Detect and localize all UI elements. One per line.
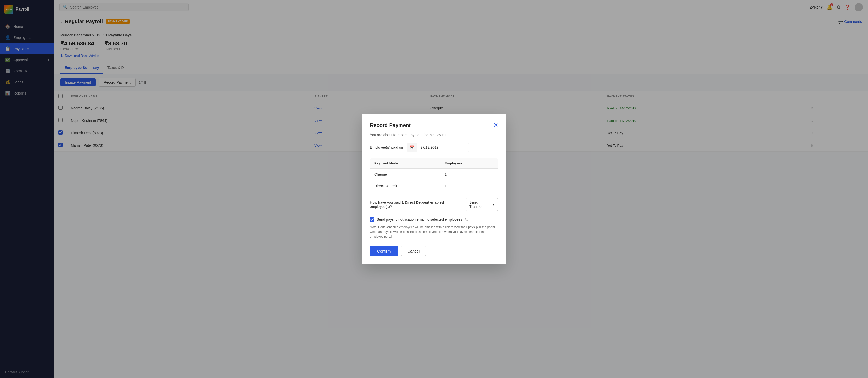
modal-actions: Confirm Cancel xyxy=(370,246,498,256)
cheque-count: 1 xyxy=(440,168,498,180)
info-icon[interactable]: ⓘ xyxy=(465,217,468,222)
direct-deposit-count: 1 xyxy=(440,180,498,192)
direct-deposit-question: How have you paid 1 Direct Deposit enabl… xyxy=(370,200,463,209)
confirm-button[interactable]: Confirm xyxy=(370,246,398,256)
date-row: Employee(s) paid on 📅 xyxy=(370,143,498,152)
direct-deposit-mode: Direct Deposit xyxy=(370,180,441,192)
modal-close-button[interactable]: ✕ xyxy=(493,122,498,129)
send-payslip-row: Send payslip notification email to selec… xyxy=(370,217,498,222)
bank-select-chevron-icon: ▾ xyxy=(493,202,495,207)
direct-deposit-row: How have you paid 1 Direct Deposit enabl… xyxy=(370,198,498,211)
modal-header: Record Payment ✕ xyxy=(370,122,498,129)
payment-row-cheque: Cheque 1 xyxy=(370,168,498,180)
cheque-mode: Cheque xyxy=(370,168,441,180)
payment-table-header-mode: Payment Mode xyxy=(370,158,441,168)
dd-question-prefix: How have you paid xyxy=(370,200,402,204)
send-payslip-label: Send payslip notification email to selec… xyxy=(377,217,462,222)
modal-subtitle: You are about to record payment for this… xyxy=(370,133,498,137)
calendar-icon: 📅 xyxy=(407,143,417,152)
payment-table-header-employees: Employees xyxy=(440,158,498,168)
bank-transfer-select[interactable]: Bank Transfer ▾ xyxy=(466,198,498,211)
modal-overlay[interactable]: Record Payment ✕ You are about to record… xyxy=(0,0,868,378)
payment-mode-table: Payment Mode Employees Cheque 1 Direct D… xyxy=(370,158,498,192)
record-payment-modal: Record Payment ✕ You are about to record… xyxy=(362,114,506,264)
date-input-group: 📅 xyxy=(407,143,469,152)
bank-transfer-label: Bank Transfer xyxy=(469,200,491,209)
paid-on-label: Employee(s) paid on xyxy=(370,145,403,150)
payment-row-direct-deposit: Direct Deposit 1 xyxy=(370,180,498,192)
dd-question-bold: 1 Direct Deposit enabled xyxy=(402,200,444,204)
dd-question-suffix: employee(s)? xyxy=(370,204,392,209)
send-payslip-checkbox[interactable] xyxy=(370,217,374,222)
cancel-button[interactable]: Cancel xyxy=(401,246,426,256)
date-input[interactable] xyxy=(417,143,469,152)
note-text: Note: Portal-enabled employees will be e… xyxy=(370,225,498,239)
modal-title: Record Payment xyxy=(370,122,411,128)
